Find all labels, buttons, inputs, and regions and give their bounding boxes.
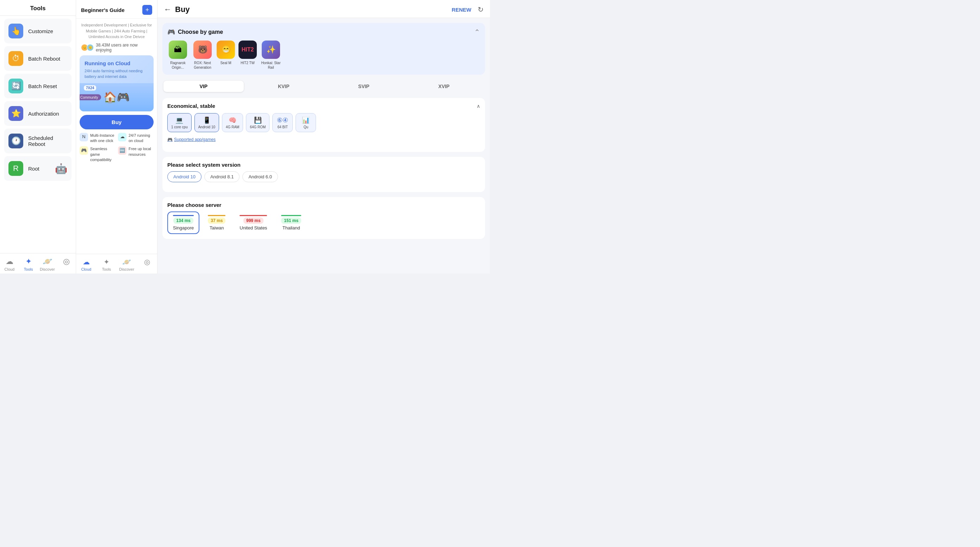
mid-nav-cloud[interactable]: ☁Cloud: [76, 258, 97, 271]
spec-label-5: Qu: [304, 125, 308, 129]
server-chip-singapore[interactable]: 134 msSingapore: [167, 212, 199, 234]
renew-button[interactable]: RENEW: [452, 7, 471, 13]
users-text: 38.43M users are now enjoying: [96, 43, 152, 53]
supported-link[interactable]: 🎮 Supported app/games: [167, 137, 480, 142]
discover-mid-icon: 🪐: [122, 258, 131, 266]
supported-icon: 🎮: [167, 137, 173, 142]
server-chip-thailand[interactable]: 151 msThailand: [275, 212, 307, 234]
authorization-name: Authorization: [28, 111, 59, 116]
tagline: Independent Development | Exclusive for …: [76, 19, 157, 41]
left-nav-profile[interactable]: ◎: [57, 257, 76, 271]
server-chip-taiwan[interactable]: 37 msTaiwan: [202, 212, 231, 234]
ping-value-us: 999 ms: [243, 217, 264, 224]
feature-text-3: Free up local resources: [129, 146, 154, 157]
back-button[interactable]: ←: [164, 6, 172, 13]
collapse-button[interactable]: ⌃: [474, 28, 480, 36]
community-badge: Community: [80, 94, 101, 100]
mid-nav-profile[interactable]: ◎: [137, 258, 158, 271]
middle-panel: Beginner's Guide + Independent Developme…: [76, 0, 158, 273]
game-item-seal[interactable]: 😁Seal M: [216, 40, 235, 70]
seven-badge: 7X24: [84, 85, 96, 91]
server-section: Please choose server 134 msSingapore37 m…: [162, 197, 485, 239]
game-item-ragnarok[interactable]: 🏔Ragnarok Origin...: [167, 40, 188, 70]
stable-header: Economical, stable ∧: [167, 103, 480, 109]
customize-name: Customize: [28, 28, 53, 34]
mid-nav-discover[interactable]: 🪐Discover: [116, 258, 137, 271]
tool-item-authorization[interactable]: ⭐Authorization: [4, 101, 72, 126]
ping-value-taiwan: 37 ms: [208, 217, 226, 224]
choose-game-header: 🎮 Choose by game ⌃: [167, 28, 480, 36]
spec-chip-5[interactable]: 📊Qu: [296, 113, 316, 132]
buy-title: Buy: [175, 5, 448, 14]
tool-item-scheduled-reboot[interactable]: 🕐Scheduled Reboot: [4, 129, 72, 153]
vip-tab-xvip[interactable]: XVIP: [404, 81, 484, 92]
banner-title: Running on Cloud: [84, 60, 149, 66]
spec-chip-1[interactable]: 📱Android 10: [194, 113, 219, 132]
spec-chip-0[interactable]: 💻1 core cpu: [167, 113, 192, 132]
mid-nav-tools[interactable]: ✦Tools: [97, 258, 117, 271]
feature-icon-0: N: [80, 133, 88, 141]
game-item-hit2[interactable]: HIT2HIT2 TW: [239, 40, 257, 70]
choose-game-title: Choose by game: [178, 29, 223, 35]
batch-reset-name: Batch Reset: [28, 83, 57, 89]
tools-nav-icon: ✦: [25, 257, 32, 266]
server-name-taiwan: Taiwan: [210, 225, 224, 231]
stable-chevron[interactable]: ∧: [477, 103, 480, 109]
left-nav-tools[interactable]: ✦Tools: [19, 257, 38, 271]
game-item-rox[interactable]: 🐻ROX: Next Generation: [192, 40, 213, 70]
version-tab-android-8.1[interactable]: Android 8.1: [204, 171, 240, 182]
specs-row: 💻1 core cpu📱Android 10🧠4G RAM💾64G ROM⑥④6…: [167, 113, 480, 132]
server-chip-us[interactable]: 999 msUnited States: [234, 212, 273, 234]
game-name-honkai: Honkai: Star Rail: [260, 61, 282, 70]
server-name-thailand: Thailand: [283, 225, 300, 231]
root-icon: R: [8, 161, 23, 176]
tool-item-batch-reset[interactable]: 🔄Batch Reset: [4, 74, 72, 98]
batch-reboot-name: Batch Reboot: [28, 56, 60, 62]
customize-icon: 👆: [8, 24, 23, 38]
spec-label-1: Android 10: [198, 125, 215, 129]
server-row: 134 msSingapore37 msTaiwan999 msUnited S…: [167, 212, 480, 234]
spec-chip-3[interactable]: 💾64G ROM: [246, 113, 269, 132]
tools-panel: Tools 👆Customize⏱Batch Reboot🔄Batch Rese…: [0, 0, 76, 273]
vip-tab-kvip[interactable]: KVIP: [244, 81, 324, 92]
tool-item-batch-reboot[interactable]: ⏱Batch Reboot: [4, 46, 72, 71]
refresh-button[interactable]: ↻: [478, 5, 484, 14]
version-tab-android-6.0[interactable]: Android 6.0: [242, 171, 278, 182]
version-tabs: Android 10Android 8.1Android 6.0: [167, 171, 480, 182]
beginner-guide-title: Beginner's Guide: [81, 7, 125, 13]
feature-icon-2: 🎮: [80, 146, 88, 155]
choose-game-section: 🎮 Choose by game ⌃ 🏔Ragnarok Origin...🐻R…: [162, 23, 485, 75]
game-thumb-hit2: HIT2: [239, 40, 257, 59]
feature-text-2: Seamless game compatibility: [90, 146, 115, 163]
game-item-honkai[interactable]: ✨Honkai: Star Rail: [260, 40, 282, 70]
spec-chip-2[interactable]: 🧠4G RAM: [222, 113, 243, 132]
spec-icon-5: 📊: [302, 116, 310, 124]
middle-content: Independent Development | Exclusive for …: [76, 19, 157, 254]
vip-tabs: VIPKVIPSVIPXVIP: [162, 80, 485, 93]
spec-label-2: 4G RAM: [226, 125, 239, 129]
spec-label-0: 1 core cpu: [171, 125, 188, 129]
batch-reboot-icon: ⏱: [8, 51, 23, 66]
features-grid: NMulti-Instance with one click☁24/7 runn…: [76, 133, 157, 166]
game-thumb-honkai: ✨: [262, 40, 280, 59]
feature-text-0: Multi-Instance with one click: [90, 133, 115, 144]
cloud-mid-icon: ☁: [83, 258, 90, 266]
spec-icon-3: 💾: [254, 116, 262, 124]
version-tab-android-10[interactable]: Android 10: [167, 171, 202, 182]
spec-chip-4[interactable]: ⑥④64 BIT: [272, 113, 293, 132]
ping-bar-singapore: [173, 215, 194, 216]
buy-button-middle[interactable]: Buy: [80, 115, 154, 129]
left-nav-cloud[interactable]: ☁Cloud: [0, 257, 19, 271]
beginner-guide-header: Beginner's Guide +: [76, 0, 157, 19]
server-name-singapore: Singapore: [173, 225, 194, 231]
avatar-2: 🙂: [87, 44, 94, 51]
discover-nav-icon: 🪐: [43, 257, 52, 266]
plus-button[interactable]: +: [142, 5, 152, 15]
tool-item-customize[interactable]: 👆Customize: [4, 19, 72, 43]
supported-text: Supported app/games: [174, 137, 216, 142]
left-nav-discover[interactable]: 🪐Discover: [38, 257, 57, 271]
tool-item-root[interactable]: RRoot🤖: [4, 156, 72, 181]
vip-tab-vip[interactable]: VIP: [164, 81, 244, 92]
vip-tab-svip[interactable]: SVIP: [324, 81, 404, 92]
feature-item-1: ☁24/7 running on cloud: [118, 133, 154, 144]
